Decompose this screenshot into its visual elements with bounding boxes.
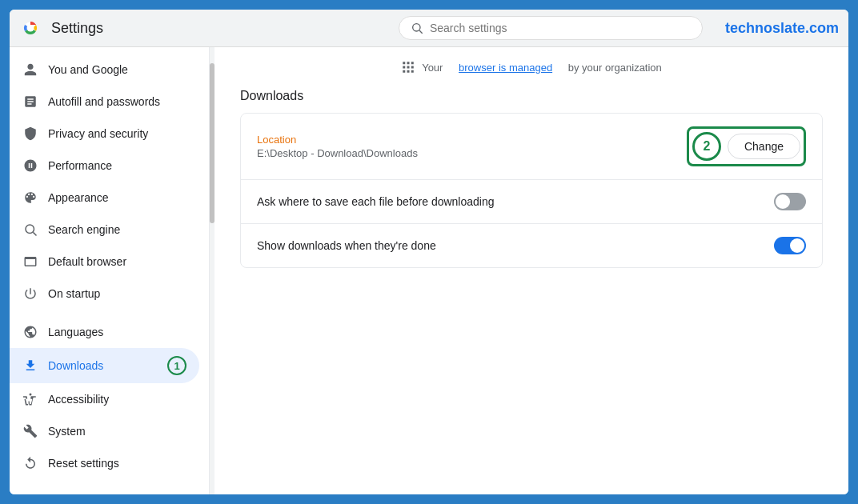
svg-point-4	[26, 225, 34, 234]
shield-icon	[22, 126, 38, 142]
sidebar-label-privacy: Privacy and security	[48, 127, 186, 140]
brand-name: technoslate.com	[725, 20, 839, 37]
note-icon	[22, 94, 38, 110]
search-icon	[411, 22, 423, 34]
managed-banner: Your browser is managed by your organiza…	[240, 60, 823, 74]
sidebar-scrollbar[interactable]	[210, 47, 214, 494]
sidebar-item-you-and-google[interactable]: You and Google	[10, 54, 199, 86]
badge-1: 1	[167, 356, 186, 375]
sidebar-item-on-startup[interactable]: On startup	[10, 278, 199, 310]
search-sidebar-icon	[22, 222, 38, 238]
location-label: Location	[257, 134, 687, 146]
ask-save-content: Ask where to save each file before downl…	[257, 195, 774, 208]
ask-save-label: Ask where to save each file before downl…	[257, 195, 774, 208]
sidebar-item-system[interactable]: System	[10, 415, 199, 447]
show-downloads-label: Show downloads when they're done	[257, 239, 774, 252]
ask-save-row: Ask where to save each file before downl…	[241, 180, 822, 224]
sidebar-label-default-browser: Default browser	[48, 255, 186, 268]
location-actions: 2 Change	[687, 126, 806, 166]
browser-window: Settings technoslate.com You and Google	[8, 8, 850, 496]
sidebar-label-appearance: Appearance	[48, 191, 186, 204]
show-downloads-toggle[interactable]	[774, 237, 806, 254]
show-downloads-toggle-slider[interactable]	[774, 237, 806, 254]
sidebar-label-you-and-google: You and Google	[48, 63, 186, 76]
sidebar-item-appearance[interactable]: Appearance	[10, 182, 199, 214]
sidebar-item-search-engine[interactable]: Search engine	[10, 214, 199, 246]
ask-save-toggle-slider[interactable]	[774, 193, 806, 210]
sidebar-label-reset-settings: Reset settings	[48, 457, 186, 470]
globe-icon	[22, 324, 38, 340]
sidebar-label-downloads: Downloads	[48, 359, 158, 372]
gauge-icon	[22, 158, 38, 174]
main-content: You and Google Autofill and passwords Pr…	[10, 47, 848, 494]
chrome-logo-icon	[19, 17, 42, 39]
search-bar[interactable]	[399, 16, 703, 40]
ask-save-toggle[interactable]	[774, 193, 806, 210]
downloads-settings-card: Location E:\Desktop - Download\Downloads…	[240, 113, 823, 268]
show-downloads-content: Show downloads when they're done	[257, 239, 774, 252]
sidebar-item-accessibility[interactable]: Accessibility	[10, 383, 199, 415]
top-bar: Settings technoslate.com	[10, 10, 848, 47]
action-box-2: 2 Change	[687, 126, 806, 166]
sidebar-item-default-browser[interactable]: Default browser	[10, 246, 199, 278]
search-input[interactable]	[430, 22, 691, 34]
show-downloads-row: Show downloads when they're done	[241, 224, 822, 267]
wrench-icon	[22, 423, 38, 439]
reset-icon	[22, 455, 38, 471]
grid-icon	[401, 60, 415, 74]
managed-text-after: by your organization	[568, 62, 662, 74]
badge-2: 2	[692, 132, 721, 161]
svg-point-6	[30, 394, 32, 396]
accessibility-icon	[22, 391, 38, 407]
sidebar-label-performance: Performance	[48, 159, 186, 172]
managed-text-before: Your	[422, 62, 443, 74]
svg-point-1	[27, 25, 34, 32]
sidebar-item-reset-settings[interactable]: Reset settings	[10, 447, 199, 479]
managed-link[interactable]: browser is managed	[459, 62, 552, 74]
svg-line-3	[419, 30, 423, 34]
power-icon	[22, 286, 38, 302]
sidebar-item-languages[interactable]: Languages	[10, 316, 199, 348]
sidebar-item-downloads[interactable]: Downloads 1	[10, 348, 199, 383]
svg-line-5	[33, 232, 36, 235]
sidebar-item-autofill[interactable]: Autofill and passwords	[10, 86, 199, 118]
sidebar-item-privacy[interactable]: Privacy and security	[10, 118, 199, 150]
content-area: Your browser is managed by your organiza…	[214, 47, 848, 494]
sidebar-label-accessibility: Accessibility	[48, 393, 186, 406]
person-icon	[22, 62, 38, 78]
sidebar-scrollbar-thumb[interactable]	[210, 63, 214, 223]
svg-point-2	[413, 24, 420, 31]
downloads-section-title: Downloads	[240, 89, 823, 103]
sidebar-item-performance[interactable]: Performance	[10, 150, 199, 182]
sidebar-label-autofill: Autofill and passwords	[48, 95, 186, 108]
sidebar-label-on-startup: On startup	[48, 287, 186, 300]
location-row: Location E:\Desktop - Download\Downloads…	[241, 114, 822, 180]
download-icon	[22, 358, 38, 374]
change-button[interactable]: Change	[728, 134, 800, 159]
palette-icon	[22, 190, 38, 206]
sidebar-label-system: System	[48, 425, 186, 438]
location-value: E:\Desktop - Download\Downloads	[257, 147, 687, 159]
sidebar: You and Google Autofill and passwords Pr…	[10, 47, 210, 494]
sidebar-label-search-engine: Search engine	[48, 223, 186, 236]
settings-title: Settings	[51, 20, 103, 37]
location-content: Location E:\Desktop - Download\Downloads	[257, 134, 687, 159]
sidebar-label-languages: Languages	[48, 326, 186, 338]
browser-icon	[22, 254, 38, 270]
